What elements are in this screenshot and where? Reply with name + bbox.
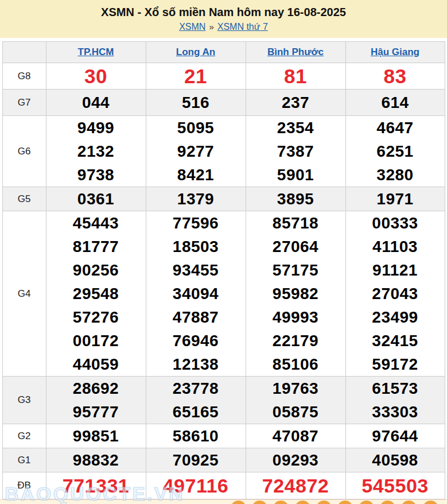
prize-cell: 1379 xyxy=(146,187,246,211)
corner-cell xyxy=(2,42,46,63)
prize-cell: 45443 81777 90256 29548 57276 00172 4405… xyxy=(46,211,146,377)
prize-number: 85106 xyxy=(246,352,345,376)
prize-cell: 237 xyxy=(246,90,345,116)
prize-number: 27043 xyxy=(346,282,445,305)
prize-number: 70925 xyxy=(146,448,246,472)
breadcrumb-link-xsmn[interactable]: XSMN xyxy=(179,22,205,32)
prize-number: 5901 xyxy=(246,163,345,187)
lotto-ball-icon xyxy=(231,501,246,504)
prize-number: 9277 xyxy=(146,139,246,163)
prize-cell: 47087 xyxy=(246,424,345,448)
prize-cell: 99851 xyxy=(46,424,146,448)
column-header-longan: Long An xyxy=(146,42,246,63)
prize-cell: 044 xyxy=(46,90,146,116)
prize-number: 1971 xyxy=(346,187,445,211)
prize-label: G8 xyxy=(2,63,46,90)
prize-number: 237 xyxy=(246,91,345,114)
prize-number: 40598 xyxy=(346,448,445,472)
prize-number: 90256 xyxy=(46,258,146,282)
table-row-g7: G7 044 516 237 614 xyxy=(2,90,445,116)
prize-number: 516 xyxy=(146,91,246,114)
page-banner: XSMN - Xổ số miền Nam hôm nay 16-08-2025… xyxy=(0,0,447,38)
prize-number: 0361 xyxy=(46,187,146,211)
prize-label: G5 xyxy=(2,187,46,211)
lotto-ball-icon xyxy=(316,501,332,504)
prize-cell: 0361 xyxy=(46,187,146,211)
prize-number: 1379 xyxy=(146,187,246,211)
prize-cell: 23778 65165 xyxy=(146,377,246,424)
prize-number: 57276 xyxy=(46,305,146,329)
column-link-binhphuoc[interactable]: Bình Phước xyxy=(267,46,324,57)
prize-number: 12138 xyxy=(146,352,246,376)
prize-cell: 28692 95777 xyxy=(46,377,146,424)
prize-number: 32415 xyxy=(346,329,445,352)
prize-number: 81777 xyxy=(46,235,146,258)
prize-cell: 09293 xyxy=(246,448,345,472)
table-row-db: ĐB 771331 497116 724872 545503 xyxy=(2,472,445,499)
prize-cell: 98832 xyxy=(46,448,146,472)
prize-number: 57175 xyxy=(246,258,345,282)
column-link-haugiang[interactable]: Hậu Giang xyxy=(371,46,419,57)
lotto-ball-icon xyxy=(252,501,267,504)
breadcrumb-separator: » xyxy=(209,22,213,32)
lotto-ball-icon xyxy=(401,501,417,504)
prize-cell: 771331 xyxy=(46,472,146,499)
prize-cell: 61573 33303 xyxy=(345,377,445,424)
prize-number: 34094 xyxy=(146,282,246,305)
prize-number: 77596 xyxy=(146,211,246,235)
prize-number: 23499 xyxy=(346,305,445,329)
results-table: TP.HCM Long An Bình Phước Hậu Giang G8 3… xyxy=(2,41,445,499)
column-header-binhphuoc: Bình Phước xyxy=(246,42,345,63)
column-link-tphcm[interactable]: TP.HCM xyxy=(78,46,114,57)
prize-label: G1 xyxy=(2,448,46,472)
prize-number: 497116 xyxy=(146,472,246,499)
prize-number: 044 xyxy=(46,91,146,114)
prize-number: 59172 xyxy=(346,352,445,376)
column-header-haugiang: Hậu Giang xyxy=(345,42,445,63)
prize-number: 33303 xyxy=(346,400,445,424)
lotto-ball-icon xyxy=(380,501,395,504)
prize-number: 27064 xyxy=(246,235,345,258)
prize-cell: 00333 41103 91121 27043 23499 32415 5917… xyxy=(345,211,445,377)
prize-cell: 545503 xyxy=(345,472,445,499)
prize-number: 8421 xyxy=(146,163,246,187)
table-header-row: TP.HCM Long An Bình Phước Hậu Giang xyxy=(2,42,445,63)
prize-cell: 97644 xyxy=(345,424,445,448)
lotto-ball-icon xyxy=(295,501,310,504)
prize-number: 58610 xyxy=(146,424,246,448)
prize-cell: 19763 05875 xyxy=(246,377,345,424)
prize-number: 47887 xyxy=(146,305,246,329)
lotto-ball-icon xyxy=(359,501,374,504)
table-row-g6: G6 9499 2132 9738 5095 9277 8421 2354 73… xyxy=(2,116,445,187)
prize-number: 5095 xyxy=(146,116,246,139)
prize-number: 22179 xyxy=(246,329,345,352)
prize-number: 30 xyxy=(46,63,146,89)
prize-number: 47087 xyxy=(246,424,345,448)
prize-number: 4647 xyxy=(346,116,445,139)
prize-label: G7 xyxy=(2,90,46,116)
prize-number: 91121 xyxy=(346,258,445,282)
table-row-g8: G8 30 21 81 83 xyxy=(2,63,445,90)
breadcrumb: XSMN»XSMN thứ 7 xyxy=(0,22,447,32)
prize-cell: 3895 xyxy=(246,187,345,211)
next-section-strip xyxy=(0,499,447,504)
prize-number: 29548 xyxy=(46,282,146,305)
column-link-longan[interactable]: Long An xyxy=(176,46,215,57)
prize-number: 2132 xyxy=(46,139,146,163)
prize-number: 771331 xyxy=(46,472,146,499)
breadcrumb-link-xsmn-thu7[interactable]: XSMN thứ 7 xyxy=(217,22,268,32)
prize-cell: 85718 27064 57175 95982 49993 22179 8510… xyxy=(246,211,345,377)
prize-number: 65165 xyxy=(146,400,246,424)
prize-cell: 77596 18503 93455 34094 47887 76946 1213… xyxy=(146,211,246,377)
prize-number: 614 xyxy=(346,91,445,114)
prize-number: 3280 xyxy=(346,163,445,187)
prize-number: 44059 xyxy=(46,352,146,376)
prize-cell: 724872 xyxy=(246,472,345,499)
prize-cell: 516 xyxy=(146,90,246,116)
table-row-g2: G2 99851 58610 47087 97644 xyxy=(2,424,445,448)
prize-number: 6251 xyxy=(346,139,445,163)
prize-number: 7387 xyxy=(246,139,345,163)
prize-number: 99851 xyxy=(46,424,146,448)
prize-cell: 81 xyxy=(246,63,345,90)
prize-label: G4 xyxy=(2,211,46,377)
